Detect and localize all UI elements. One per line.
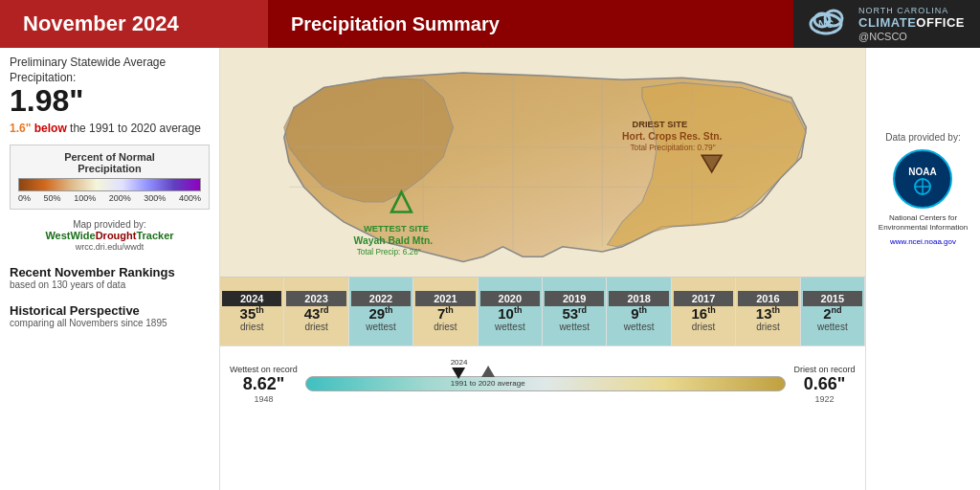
rank-year-2024: 2024 [222, 291, 281, 306]
precip-below: 1.6" below the 1991 to 2020 average [10, 122, 210, 135]
rank-year-2015: 2015 [803, 291, 862, 306]
rank-cell-2021: 20217thdriest [413, 278, 478, 345]
rank-cell-2022: 202229thwettest [349, 278, 413, 345]
rank-year-2023: 2023 [286, 291, 345, 306]
map-credit: Map provided by: WestWideDroughtTracker … [10, 219, 210, 252]
noaa-logo-icon: NOAA [892, 148, 953, 210]
hist-title: Historical Perspective [10, 303, 210, 318]
noaa-section: NOAA National Centers for Environmental … [879, 148, 968, 246]
rank-year-2019: 2019 [545, 291, 604, 306]
center-panel: WETTEST SITE Wayah Bald Mtn. Total Preci… [220, 48, 865, 490]
data-credit-label: Data provided by: [885, 132, 960, 143]
nc-map: WETTEST SITE Wayah Bald Mtn. Total Preci… [220, 48, 865, 278]
twitter-handle: @NCSCO [858, 31, 907, 42]
left-panel: Preliminary Statewide Average Precipitat… [0, 48, 220, 490]
hist-section: Historical Perspective comparing all Nov… [10, 303, 210, 328]
rank-cell-2020: 202010thwettest [479, 278, 543, 345]
precip-value: 1.98" [10, 85, 210, 116]
current-year-marker: 2024 [451, 358, 468, 379]
hist-subtitle: comparing all Novembers since 1895 [10, 318, 210, 328]
svg-text:Total Precipitation: 0.79": Total Precipitation: 0.79" [630, 143, 715, 152]
rankings-title: Recent November Rankings [10, 265, 210, 279]
rank-cell-2023: 202343rddriest [284, 278, 348, 345]
legend-title: Percent of Normal Precipitation [18, 151, 201, 174]
svg-text:NOAA: NOAA [909, 167, 937, 177]
rank-year-2022: 2022 [351, 291, 411, 306]
hist-wettest-end: Wettest on record 8.62" 1948 [230, 365, 298, 404]
hist-driest-end: Driest on record 0.66" 1922 [793, 365, 856, 404]
hist-track: 1991 to 2020 average 2024 [305, 355, 786, 412]
hist-bar-area: Wettest on record 8.62" 1948 1991 to 202… [220, 346, 865, 421]
legend-box: Percent of Normal Precipitation 0% 50% 1… [10, 145, 210, 210]
svg-text:WETTEST SITE: WETTEST SITE [364, 224, 429, 234]
legend-labels: 0% 50% 100% 200% 300% 400% [18, 193, 201, 203]
header-title: November 2024 [0, 0, 268, 48]
rank-cell-2016: 201613thdriest [736, 278, 800, 345]
legend-bar [18, 178, 201, 191]
rankings-subtitle: based on 130 years of data [10, 279, 210, 290]
rank-year-2017: 2017 [674, 291, 733, 306]
header: November 2024 Precipitation Summary NC N… [0, 0, 980, 48]
logo-line2: CLIMATEOFFICE [858, 15, 965, 30]
wwdt-label: WestWideDroughtTracker [45, 230, 173, 241]
svg-text:Wayah Bald Mtn.: Wayah Bald Mtn. [354, 235, 434, 246]
ncei-name: National Centers for Environmental Infor… [879, 213, 968, 234]
svg-text:NC: NC [818, 18, 834, 30]
svg-text:Hort. Crops Res. Stn.: Hort. Crops Res. Stn. [622, 131, 722, 142]
rank-year-2016: 2016 [738, 291, 797, 306]
rankings-section: Recent November Rankings based on 130 ye… [10, 265, 210, 290]
rank-cell-2024: 202435thdriest [220, 278, 284, 345]
rank-year-2020: 2020 [480, 291, 540, 306]
rank-cell-2017: 201716thdriest [672, 278, 736, 345]
rank-year-2021: 2021 [415, 291, 475, 306]
logo-line1: NORTH CAROLINA [858, 6, 948, 15]
rank-cell-2018: 20189thwettest [607, 278, 671, 345]
svg-text:Total Precip: 6.26": Total Precip: 6.26" [357, 247, 421, 256]
nc-cloud-icon: NC [809, 7, 851, 41]
main-content: Preliminary Statewide Average Precipitat… [0, 48, 980, 490]
rankings-row: 202435thdriest202343rddriest202229thwett… [220, 278, 865, 346]
svg-text:DRIEST SITE: DRIEST SITE [633, 120, 688, 129]
ncei-url: www.ncei.noaa.gov [890, 237, 956, 246]
nc-map-svg: WETTEST SITE Wayah Bald Mtn. Total Preci… [220, 48, 865, 277]
header-logo: NC NORTH CAROLINA CLIMATEOFFICE @NCSCO [793, 0, 980, 48]
right-panel: Data provided by: NOAA National Centers … [865, 48, 980, 490]
precip-label: Preliminary Statewide Average Precipitat… [10, 56, 210, 116]
rank-cell-2015: 20152ndwettest [801, 278, 865, 345]
rank-year-2018: 2018 [609, 291, 668, 306]
rank-cell-2019: 201953rdwettest [543, 278, 607, 345]
header-subtitle: Precipitation Summary [268, 0, 793, 48]
